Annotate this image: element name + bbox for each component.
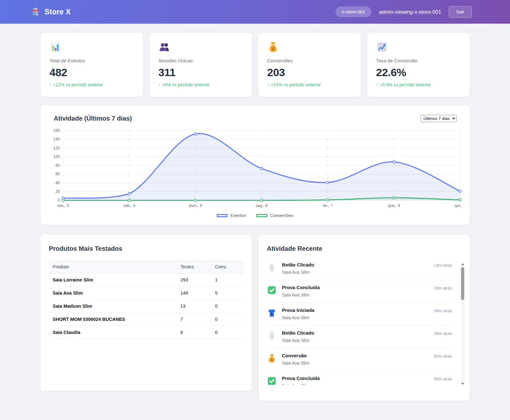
product-conv-cell: 0 xyxy=(211,300,243,313)
activity-chart-card: Atividade (Últimos 7 dias) Últimos 7 dia… xyxy=(41,105,470,225)
stat-label: Total de Eventos xyxy=(50,58,134,63)
stat-label: Sessões Únicas xyxy=(158,58,243,63)
chart-legend: Eventos Conversões xyxy=(48,212,462,221)
stat-card: Taxa de Conversão 22.6% ↑ +0.3% vs perío… xyxy=(367,33,470,97)
svg-text:120: 120 xyxy=(53,146,60,150)
svg-text:dom., 5: dom., 5 xyxy=(189,203,202,208)
column-header-conv: Conv. xyxy=(211,260,243,273)
column-header-tests: Testes xyxy=(177,260,211,273)
recent-activity-card: Atividade Recente Botão Clicado Saia Ava… xyxy=(259,235,470,401)
activity-item: Prova Concluída Saia Ava Slim 30m atrás xyxy=(267,371,452,385)
stat-label: Conversões xyxy=(267,58,352,63)
svg-text:40: 40 xyxy=(55,181,60,185)
mouse-icon xyxy=(267,330,277,340)
activity-list[interactable]: Botão Clicado Saia Ava Slim 13m atrás Pr… xyxy=(267,258,452,385)
stat-change: ↑ +8% vs período anterior xyxy=(158,82,243,87)
stat-card: Total de Eventos 482 ↑ +12% vs período a… xyxy=(41,33,143,97)
activity-item-subtitle: Saia Ava Slim xyxy=(282,315,428,320)
svg-text:160: 160 xyxy=(53,128,60,133)
activity-item-subtitle: Saia Ava Slim xyxy=(282,383,428,385)
bottom-grid: Produtos Mais Testados Produto Testes Co… xyxy=(41,235,470,401)
app-title: Store X xyxy=(45,8,71,16)
legend-label: Conversões xyxy=(270,213,293,218)
stat-card: Sessões Únicas 311 ↑ +8% vs período ante… xyxy=(150,33,252,97)
svg-text:$: $ xyxy=(272,46,274,52)
table-row: Saia Ava Slim 146 5 xyxy=(49,287,243,300)
svg-text:sáb., 4: sáb., 4 xyxy=(123,203,135,208)
activity-item: $ Conversão Saia Ava Slim 30m atrás xyxy=(267,348,452,371)
date-range-select[interactable]: Últimos 7 dias xyxy=(421,115,457,122)
stats-row: Total de Eventos 482 ↑ +12% vs período a… xyxy=(41,33,470,97)
activity-text: Conversão Saia Ava Slim xyxy=(282,353,428,366)
chart-up-icon xyxy=(376,41,461,53)
check-icon xyxy=(267,376,277,385)
activity-scrollbar[interactable] xyxy=(461,262,465,386)
stat-value: 22.6% xyxy=(376,66,461,79)
svg-text:60: 60 xyxy=(55,172,60,176)
legend-swatch xyxy=(217,214,228,217)
activity-item-time: 30m atrás xyxy=(434,376,452,381)
legend-item-1[interactable]: Conversões xyxy=(256,213,293,218)
top-products-card: Produtos Mais Testados Produto Testes Co… xyxy=(41,235,252,391)
chart-header: Atividade (Últimos 7 dias) Últimos 7 dia… xyxy=(48,114,462,123)
main-content: Total de Eventos 482 ↑ +12% vs período a… xyxy=(41,24,470,417)
money-bag-icon: $ xyxy=(267,41,352,53)
activity-text: Prova Concluída Saia Ava Slim xyxy=(282,285,428,297)
product-tests-cell: 146 xyxy=(177,287,211,300)
activity-item-title: Prova Iniciada xyxy=(282,307,428,313)
table-header-row: Produto Testes Conv. xyxy=(49,260,243,273)
legend-item-0[interactable]: Eventos xyxy=(217,213,246,218)
svg-text:seg., 6: seg., 6 xyxy=(255,203,268,208)
check-icon xyxy=(267,285,277,295)
activity-item: Prova Concluída Saia Ava Slim 28m atrás xyxy=(267,280,452,303)
stat-value: 203 xyxy=(267,66,352,79)
activity-item-subtitle: Saia Ava Slim xyxy=(282,361,428,366)
activity-item-time: 29m atrás xyxy=(434,330,452,336)
necktie-icon xyxy=(267,307,277,318)
activity-item-subtitle: Saia Ava Slim xyxy=(282,292,428,297)
scrollbar-down-arrow-icon[interactable] xyxy=(461,383,464,385)
stat-change: ↑ +12% vs período anterior xyxy=(50,82,134,87)
activity-item: Botão Clicado Saia Ava Slim 29m atrás xyxy=(267,326,452,348)
product-name-cell: Saia Claudia xyxy=(49,326,177,339)
product-tests-cell: 6 xyxy=(177,326,211,339)
logout-button[interactable]: Sair xyxy=(449,6,472,18)
stat-change: ↑ +0.3% vs período anterior xyxy=(376,82,461,87)
scrollbar-thumb[interactable] xyxy=(461,267,464,300)
brand: 24H Store X xyxy=(31,7,71,16)
svg-text:$: $ xyxy=(271,358,273,362)
header-right: x-store-001 admin-viewing-x-store-001 Sa… xyxy=(336,6,472,18)
admin-session-label: admin-viewing-x-store-001 xyxy=(379,9,441,15)
scrollbar-up-arrow-icon[interactable] xyxy=(461,263,464,265)
activity-item-title: Prova Concluída xyxy=(282,376,428,381)
activity-item-title: Botão Clicado xyxy=(282,262,428,267)
activity-item-time: 30m atrás xyxy=(434,353,452,359)
activity-item: Prova Iniciada Saia Ava Slim 29m atrás xyxy=(267,303,452,326)
table-row: Saia Claudia 6 0 xyxy=(49,326,243,339)
legend-label: Eventos xyxy=(231,213,246,218)
activity-item-time: 28m atrás xyxy=(434,285,452,290)
product-tests-cell: 293 xyxy=(177,273,211,287)
svg-text:100: 100 xyxy=(53,155,60,159)
activity-item-time: 29m atrás xyxy=(434,307,452,313)
activity-text: Botão Clicado Saia Ava Slim xyxy=(282,262,428,275)
stat-label: Taxa de Conversão xyxy=(376,58,461,63)
activity-item-title: Prova Concluída xyxy=(282,285,428,290)
activity-text: Prova Concluída Saia Ava Slim xyxy=(282,376,428,385)
product-name-cell: Saia Lorraine Slim xyxy=(49,273,177,287)
stat-card: $ Conversões 203 ↑ +15% vs período anter… xyxy=(258,33,361,97)
svg-text:0: 0 xyxy=(58,198,60,202)
app-header: 24H Store X x-store-001 admin-viewing-x-… xyxy=(0,0,510,24)
activity-item-subtitle: Saia Ava Slim xyxy=(282,338,428,343)
svg-text:24H: 24H xyxy=(34,8,37,10)
svg-text:140: 140 xyxy=(53,137,60,141)
svg-text:80: 80 xyxy=(55,163,60,168)
stat-change: ↑ +15% vs período anterior xyxy=(267,82,352,87)
product-conv-cell: 0 xyxy=(211,326,243,339)
legend-swatch xyxy=(256,214,267,217)
activity-item-title: Conversão xyxy=(282,353,428,358)
chart-title: Atividade (Últimos 7 dias) xyxy=(54,115,132,122)
table-row: Saia Madson Slim 13 0 xyxy=(49,300,243,313)
svg-text:qua., 8: qua., 8 xyxy=(388,203,400,208)
product-tests-cell: 7 xyxy=(177,313,211,326)
